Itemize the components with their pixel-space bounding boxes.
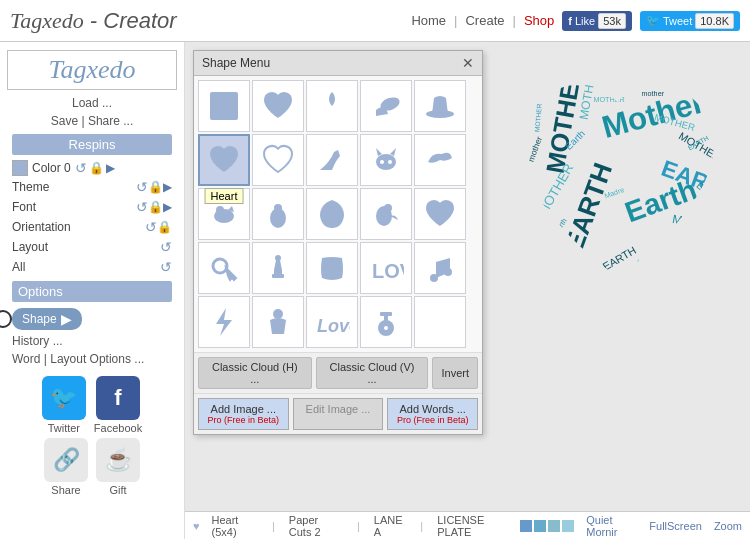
shape-cell-stiletto[interactable] [306,134,358,186]
color-square-4 [562,520,574,532]
shape-cell-us[interactable] [306,242,358,294]
fullscreen-button[interactable]: FullScreen [649,520,702,532]
header-nav: Home | Create | Shop f Like 53k 🐦 Tweet … [411,11,740,31]
shape-menu-header: Shape Menu ✕ [194,51,482,76]
add-words-button[interactable]: Add Words ... Pro (Free in Beta) [387,398,478,430]
svg-text:EARTH: EARTH [695,180,727,209]
theme-arrow-icon[interactable]: ▶ [163,180,172,194]
social-row: 🐦 Twitter f Facebook [42,376,142,434]
shape-indicator [0,310,12,328]
color-lock-icon[interactable]: 🔒 [89,161,104,175]
shape-button[interactable]: Shape ▶ [12,308,82,330]
history-button[interactable]: History ... [12,334,172,348]
status-heart-icon: ♥ [193,520,200,532]
theme-spin-icon[interactable]: ↺ [136,179,148,195]
header: Tagxedo - Creator Home | Create | Shop f… [0,0,750,42]
svg-text:MOTHER: MOTHER [533,103,542,132]
shape-cell-love[interactable]: LOVE [360,242,412,294]
shape-cell-empty[interactable] [414,296,466,348]
nav-home[interactable]: Home [411,13,446,28]
shape-cell-deer[interactable] [252,188,304,240]
gift-label: Gift [109,484,126,496]
svg-point-5 [388,160,392,164]
respins-button[interactable]: Respins [12,134,172,155]
title-rest: - Creator [84,8,177,33]
share-button[interactable]: 🔗 Share [44,438,88,496]
tw-tweet-button[interactable]: 🐦 Tweet 10.8K [640,11,740,31]
shape-cell-square[interactable] [198,80,250,132]
all-label: All [12,260,160,274]
shape-cell-heart-selected[interactable]: Heart [198,134,250,186]
svg-point-4 [380,160,384,164]
shape-cell-lightning[interactable] [198,296,250,348]
twitter-button[interactable]: 🐦 Twitter [42,376,86,434]
svg-text:mother: mother [642,89,665,98]
color-spin-icon[interactable]: ↺ [75,160,87,176]
shape-cell-hat[interactable] [414,80,466,132]
classic-cloud-h-button[interactable]: Classic Cloud (H) ... [198,357,312,389]
orientation-spin-icon[interactable]: ↺ [145,219,157,235]
shape-cell-love2[interactable]: Love [306,296,358,348]
share-gift-row: 🔗 Share ☕ Gift [44,438,140,496]
svg-text:Earth: Earth [701,208,715,225]
facebook-button[interactable]: f Facebook [94,376,142,434]
classic-cloud-v-button[interactable]: Classic Cloud (V) ... [316,357,429,389]
svg-rect-23 [380,312,392,316]
color-arrow-icon[interactable]: ▶ [106,161,115,175]
font-arrow-icon[interactable]: ▶ [163,200,172,214]
sidebar-logo: Tagxedo [7,50,177,90]
shape-cell-heels[interactable] [360,80,412,132]
font-lock-icon[interactable]: 🔒 [148,200,163,214]
svg-text:MOTHER: MOTHER [682,233,720,249]
shape-cell-chess[interactable] [252,242,304,294]
theme-label: Theme [12,180,136,194]
svg-point-15 [275,255,281,261]
orientation-lock-icon[interactable]: 🔒 [157,220,172,234]
color-square-1 [520,520,532,532]
shape-cell-ireland[interactable] [306,188,358,240]
layout-row: Layout ↺ [12,239,172,255]
shape-cell-heart4[interactable] [414,188,466,240]
font-spin-icon[interactable]: ↺ [136,199,148,215]
svg-point-7 [216,206,224,214]
shape-cell-person[interactable] [252,296,304,348]
zoom-button[interactable]: Zoom [714,520,742,532]
shape-cell-heart1[interactable] [252,80,304,132]
twitter-icon: 🐦 [42,376,86,420]
theme-lock-icon[interactable]: 🔒 [148,180,163,194]
wordlayout-button[interactable]: Word | Layout Options ... [12,352,172,366]
svg-point-3 [376,154,396,170]
shape-cell-guitar[interactable] [360,296,412,348]
color-square-3 [548,520,560,532]
add-image-button[interactable]: Add Image ... Pro (Free in Beta) [198,398,289,430]
shape-cell-heart3[interactable] [252,134,304,186]
shape-cell-key[interactable] [198,242,250,294]
quiet-mormir-button[interactable]: Quiet Mornir [586,514,637,538]
fb-count: 53k [598,13,626,29]
layout-spin-icon[interactable]: ↺ [160,239,172,255]
all-spin-icon[interactable]: ↺ [160,259,172,275]
svg-point-11 [384,204,392,212]
shape-menu-close-button[interactable]: ✕ [462,55,474,71]
font-row: Font ↺ 🔒 ▶ [12,199,172,215]
invert-button[interactable]: Invert [432,357,478,389]
save-share-button[interactable]: Save | Share ... [51,114,134,128]
layout-label: Layout [12,240,160,254]
load-button[interactable]: Load ... [72,96,112,110]
all-row: All ↺ [12,259,172,275]
sidebar: Tagxedo Load ... Save | Share ... Respin… [0,42,185,539]
nav-shop[interactable]: Shop [524,13,554,28]
gift-button[interactable]: ☕ Gift [96,438,140,496]
gift-icon: ☕ [96,438,140,482]
theme-row: Theme ↺ 🔒 ▶ [12,179,172,195]
svg-point-19 [273,309,283,319]
shape-cell-dog[interactable] [198,188,250,240]
shape-cell-kangaroo[interactable] [360,188,412,240]
nav-create[interactable]: Create [465,13,504,28]
fb-like-button[interactable]: f Like 53k [562,11,632,31]
color-label: Color 0 [32,161,71,175]
shape-cell-bird[interactable] [414,134,466,186]
shape-cell-music[interactable] [414,242,466,294]
shape-cell-fleur[interactable] [306,80,358,132]
shape-cell-cat[interactable] [360,134,412,186]
